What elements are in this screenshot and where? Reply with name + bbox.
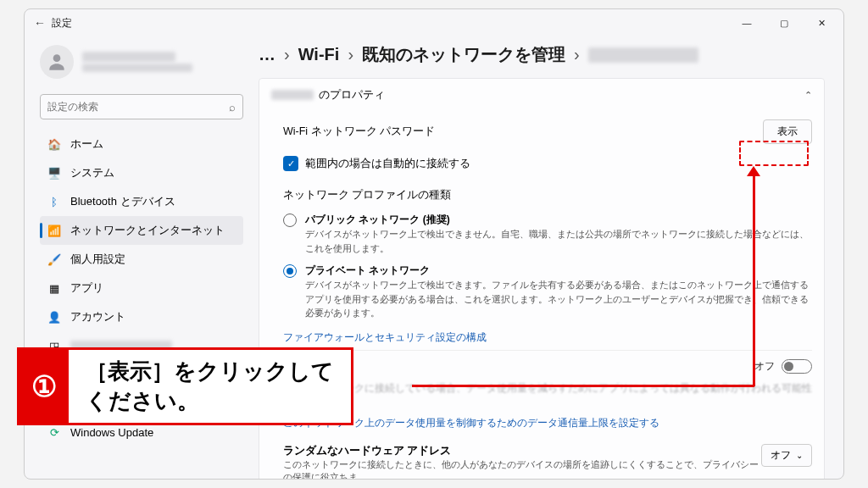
random-hw-desc: このネットワークに接続したときに、他の人があなたのデバイスの場所を追跡しにくくす… (283, 458, 761, 480)
random-hw-title: ランダムなハードウェア アドレス (283, 444, 761, 458)
breadcrumb-manage[interactable]: 既知のネットワークを管理 (362, 43, 565, 66)
maximize-button[interactable]: ▢ (765, 9, 803, 36)
properties-header[interactable]: のプロパティ ⌃ (259, 79, 824, 111)
update-icon: ⟳ (47, 424, 62, 440)
sidebar-item-network[interactable]: 📶ネットワークとインターネット (40, 216, 243, 245)
annotation-text-line1: ［表示］をクリックして (86, 357, 334, 386)
user-email-redacted (82, 64, 192, 72)
sidebar-item-label: システム (70, 165, 114, 180)
sidebar-item-personalization[interactable]: 🖌️個人用設定 (40, 245, 243, 274)
data-limit-link[interactable]: このネットワーク上のデータ使用量を制御するためのデータ通信量上限を設定する (283, 408, 812, 435)
chevron-up-icon[interactable]: ⌃ (804, 90, 812, 101)
sidebar-item-label: Windows Update (70, 426, 153, 439)
apps-icon: ▦ (47, 280, 62, 296)
sidebar-item-label: Bluetooth とデバイス (70, 194, 175, 209)
dropdown-value: オフ (771, 448, 791, 463)
sidebar-item-label: アカウント (70, 309, 125, 324)
sidebar-item-label: アプリ (70, 280, 103, 296)
sidebar-item-system[interactable]: 🖥️システム (40, 158, 243, 187)
sidebar-item-home[interactable]: 🏠ホーム (40, 130, 243, 158)
chevron-right-icon: › (574, 45, 580, 64)
person-icon: 👤 (47, 309, 62, 324)
svg-point-0 (53, 54, 61, 62)
public-network-radio[interactable] (283, 214, 297, 227)
auto-connect-checkbox[interactable]: ✓ (283, 156, 298, 171)
annotation-callout: ① ［表示］をクリックして ください。 (17, 347, 353, 425)
minimize-button[interactable]: — (728, 9, 765, 36)
metered-toggle[interactable] (782, 359, 812, 374)
random-hw-dropdown[interactable]: オフ ⌄ (761, 444, 812, 467)
titlebar: ← 設定 — ▢ ✕ (25, 9, 843, 36)
sidebar-item-bluetooth[interactable]: ᛒBluetooth とデバイス (40, 187, 243, 216)
chevron-down-icon: ⌄ (796, 451, 803, 460)
bluetooth-icon: ᛒ (47, 194, 62, 209)
back-button[interactable]: ← (28, 16, 52, 30)
private-network-title: プライベート ネットワーク (305, 263, 812, 278)
firewall-settings-link[interactable]: ファイアウォールとセキュリティ設定の構成 (283, 325, 812, 350)
toggle-off-label: オフ (754, 359, 775, 374)
wifi-password-label: Wi-Fi ネットワーク パスワード (283, 125, 763, 139)
avatar (40, 45, 74, 79)
system-icon: 🖥️ (47, 165, 62, 180)
annotation-arrow-horizontal (412, 385, 754, 387)
sidebar-item-label: ネットワークとインターネット (70, 223, 225, 238)
breadcrumb: … › Wi-Fi › 既知のネットワークを管理 › (259, 43, 825, 66)
breadcrumb-wifi[interactable]: Wi-Fi (298, 45, 340, 64)
home-icon: 🏠 (47, 136, 62, 152)
annotation-arrow-head (747, 166, 760, 176)
show-password-button[interactable]: 表示 (763, 119, 812, 144)
user-name-redacted (82, 52, 175, 62)
annotation-arrow-vertical (753, 171, 755, 386)
private-network-desc: デバイスがネットワーク上で検出できます。ファイルを共有する必要がある場合、または… (305, 278, 812, 320)
breadcrumb-ellipsis[interactable]: … (259, 45, 275, 64)
public-network-title: パブリック ネットワーク (推奨) (305, 213, 812, 227)
auto-connect-label: 範囲内の場合は自動的に接続する (305, 157, 470, 171)
profile-type-heading: ネットワーク プロファイルの種類 (283, 180, 812, 209)
user-account-row[interactable] (40, 42, 243, 82)
chevron-right-icon: › (284, 45, 290, 64)
annotation-number: ① (19, 350, 69, 423)
close-button[interactable]: ✕ (803, 9, 840, 36)
sidebar-item-account[interactable]: 👤アカウント (40, 302, 243, 331)
public-network-desc: デバイスがネットワーク上で検出できません。自宅、職場、または公共の場所でネットワ… (305, 227, 812, 255)
sidebar-item-apps[interactable]: ▦アプリ (40, 274, 243, 302)
window-title: 設定 (52, 16, 72, 30)
annotation-text-line2: ください。 (86, 386, 334, 416)
brush-icon: 🖌️ (47, 252, 62, 267)
sidebar-item-label: ホーム (70, 136, 103, 152)
properties-suffix: のプロパティ (319, 87, 385, 103)
sidebar-item-label: 個人用設定 (70, 252, 125, 267)
search-icon: ⌕ (229, 101, 236, 114)
breadcrumb-network-name-redacted (588, 47, 698, 63)
search-box[interactable]: ⌕ (40, 94, 243, 119)
wifi-icon: 📶 (47, 223, 62, 238)
chevron-right-icon: › (348, 45, 353, 64)
network-name-redacted (271, 90, 314, 100)
search-input[interactable] (47, 101, 229, 113)
private-network-radio[interactable] (283, 264, 297, 278)
